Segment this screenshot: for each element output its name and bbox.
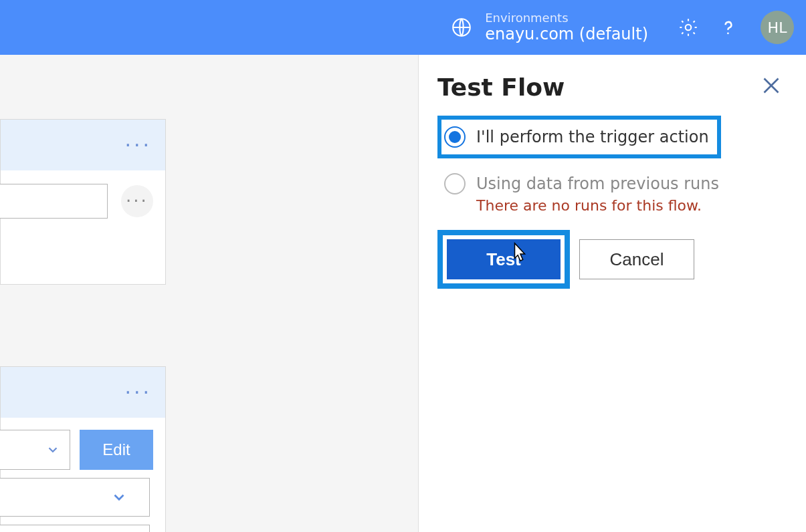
environment-picker[interactable]: Environments enayu.com (default) [450, 11, 648, 44]
edit-button[interactable]: Edit [80, 430, 153, 470]
more-icon[interactable]: ··· [124, 388, 152, 398]
svg-point-2 [727, 32, 729, 34]
close-icon [759, 74, 783, 98]
gear-icon [678, 17, 699, 38]
test-flow-panel: Test Flow I'll perform the trigger actio… [418, 55, 806, 532]
step-input[interactable] [0, 184, 108, 219]
more-icon[interactable]: ··· [124, 140, 152, 150]
avatar-initials: HL [768, 19, 787, 36]
help-button[interactable] [716, 15, 740, 39]
flow-canvas: ··· ··· ··· Edit [0, 55, 418, 532]
radio-unselected-icon [444, 173, 466, 194]
avatar[interactable]: HL [761, 11, 794, 44]
environment-name: enayu.com (default) [485, 25, 648, 44]
option-warning: There are no runs for this flow. [476, 197, 783, 214]
flow-step-header[interactable]: ··· [1, 120, 165, 170]
more-icon: ··· [126, 191, 148, 211]
select-input[interactable] [0, 478, 150, 517]
panel-title: Test Flow [437, 74, 783, 101]
svg-point-1 [686, 25, 692, 31]
button-highlight: Test [437, 230, 570, 289]
help-icon [718, 17, 738, 37]
test-button[interactable]: Test [447, 239, 561, 279]
radio-selected-icon [444, 126, 466, 148]
close-button[interactable] [759, 74, 783, 98]
more-button[interactable]: ··· [121, 185, 153, 217]
globe-icon [450, 16, 473, 39]
flow-step-card[interactable]: ··· Edit [0, 366, 166, 532]
cancel-button[interactable]: Cancel [579, 239, 694, 279]
environment-label: Environments [485, 11, 648, 25]
flow-step-card[interactable]: ··· ··· [0, 119, 166, 285]
input-box[interactable] [0, 525, 150, 532]
chevron-down-icon [110, 489, 128, 506]
flow-step-header[interactable]: ··· [1, 367, 165, 418]
select-input[interactable] [0, 430, 70, 470]
panel-actions: Test Cancel [437, 230, 783, 289]
settings-button[interactable] [676, 15, 700, 39]
option-perform-trigger[interactable]: I'll perform the trigger action [444, 126, 709, 148]
option-label: I'll perform the trigger action [476, 128, 709, 146]
chevron-down-icon [45, 442, 60, 457]
app-header: Environments enayu.com (default) HL [0, 0, 806, 55]
option-label: Using data from previous runs [476, 174, 719, 193]
option-previous-runs: Using data from previous runs There are … [437, 173, 783, 214]
option-highlight: I'll perform the trigger action [437, 116, 721, 158]
